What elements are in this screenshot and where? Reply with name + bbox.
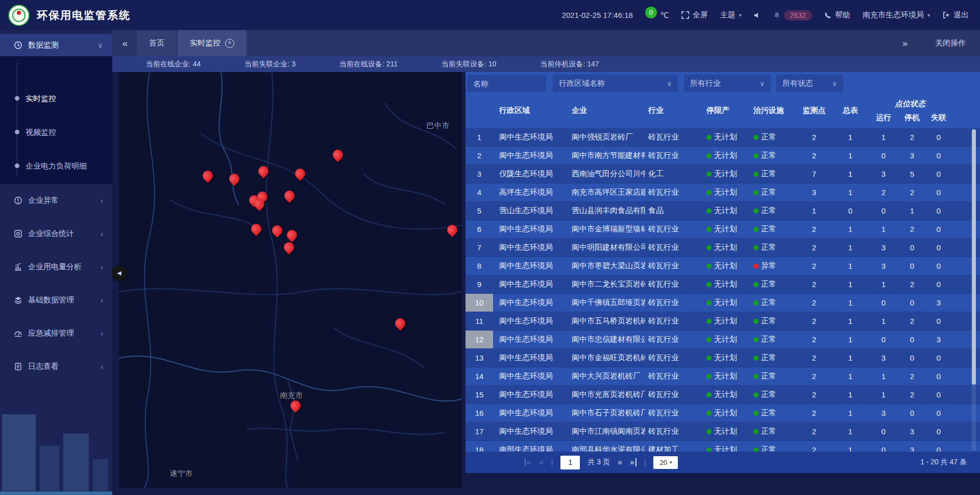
prev-page-icon[interactable]: «: [539, 458, 544, 466]
table-row[interactable]: 1阆中生态环境局阆中强锐页岩砖厂砖瓦行业无计划正常21120: [465, 128, 980, 147]
row-stop-limit: 无计划: [705, 243, 752, 252]
row-stopped-count: 2: [899, 280, 925, 289]
logout-button[interactable]: 退出: [942, 10, 969, 20]
row-facility-status: 正常: [752, 187, 796, 197]
org-menu[interactable]: 南充市生态环境局 ▾: [863, 10, 930, 20]
notification-badge: 2632: [784, 10, 812, 20]
table-row[interactable]: 8阆中生态环境局阆中市枣碧大梁山页岩砖瓦行业无计划异常21300: [465, 257, 980, 275]
table-scrollbar-thumb[interactable]: [972, 129, 976, 385]
org-label: 南充市生态环境局: [863, 10, 924, 20]
sidebar-item-企业综合统计[interactable]: 企业综合统计‹: [0, 217, 112, 250]
row-company: 南充市高坪区王家店建: [569, 187, 645, 197]
submenu-item-实时监控[interactable]: 实时监控: [0, 82, 112, 115]
stat-label: 当前停机设备:: [540, 60, 587, 68]
fullscreen-button[interactable]: 全屏: [681, 10, 708, 20]
tab-首页[interactable]: 首页: [137, 30, 177, 56]
table-row[interactable]: 5营山生态环境局营山县润丰肉食品有限食品无计划正常10010: [465, 202, 980, 220]
table-row[interactable]: 16阆中生态环境局阆中市石子页岩机砖厂砖瓦行业无计划正常21300: [465, 404, 980, 422]
row-industry: 砖瓦行业: [645, 371, 705, 381]
sidebar-item-日志查看[interactable]: 日志查看‹: [0, 350, 112, 383]
table-row[interactable]: 7阆中生态环境局阆中明阳建材有限公司砖瓦行业无计划正常21300: [465, 239, 980, 257]
submenu-item-视频监控[interactable]: 视频监控: [0, 115, 112, 149]
page-size-select[interactable]: 20 ▾: [653, 456, 678, 469]
close-operations-button[interactable]: 关闭操作: [935, 38, 966, 48]
status-dot-green: [706, 264, 712, 269]
row-company: 阆中大兴页岩机砖厂: [569, 371, 645, 381]
row-monitor-count: 2: [796, 409, 832, 417]
table-row[interactable]: 2阆中生态环境局阆中市南方节能建材有砖瓦行业无计划正常21030: [465, 147, 980, 165]
row-index: 16: [465, 404, 493, 422]
table-row[interactable]: 17阆中生态环境局阆中市江南镇阆南页岩砖瓦行业无计划正常21030: [465, 422, 980, 441]
table-row[interactable]: 4高坪生态环境局南充市高坪区王家店建砖瓦行业无计划正常31220: [465, 183, 980, 202]
row-lost-count: 0: [925, 372, 952, 381]
sidebar: 数据监测∨实时监控视频监控企业电力负荷明细企业异常‹企业综合统计‹企业用电量分析…: [0, 30, 112, 495]
submenu-item-企业电力负荷明细[interactable]: 企业电力负荷明细: [0, 149, 112, 183]
last-page-icon[interactable]: »: [630, 458, 636, 466]
sidebar-item-企业用电量分析[interactable]: 企业用电量分析‹: [0, 250, 112, 284]
row-stop-limit: 无计划: [705, 279, 752, 289]
stat-item: 当前失联设备: 10: [442, 60, 496, 69]
table-row[interactable]: 12阆中生态环境局阆中市忠信建材有限公砖瓦行业无计划正常21003: [465, 331, 980, 349]
name-search-input[interactable]: [467, 75, 546, 92]
status-dot-green: [753, 190, 758, 195]
tabs-scroll-left-icon[interactable]: «: [112, 38, 137, 49]
region-select[interactable]: 行政区域名称 ∨: [553, 75, 678, 92]
row-region: 阆中生态环境局: [493, 335, 569, 344]
status-dot-green: [706, 411, 712, 416]
table-row[interactable]: 15阆中生态环境局阆中市光富页岩机砖厂砖瓦行业无计划正常21120: [465, 386, 980, 404]
row-company: 阆中市江南镇阆南页岩: [569, 427, 645, 436]
help-button[interactable]: 帮助: [824, 10, 850, 20]
status-select-value: 所有状态: [782, 79, 813, 88]
row-lost-count: 0: [925, 225, 952, 233]
row-facility-status: 正常: [752, 427, 796, 436]
row-index: 15: [465, 386, 493, 404]
next-page-icon[interactable]: »: [618, 458, 622, 466]
table-row[interactable]: 6阆中生态环境局阆中市金博瑞新型墙材砖瓦行业无计划正常21120: [465, 220, 980, 239]
panel-collapse-button[interactable]: ◀: [112, 266, 127, 280]
row-index: 2: [465, 147, 493, 164]
row-stopped-count: 2: [899, 372, 925, 381]
row-monitor-count: 2: [796, 445, 832, 452]
submenu-item-label: 企业电力负荷明细: [26, 161, 87, 171]
stat-label: 当前失联设备:: [442, 60, 488, 68]
row-industry: 砖瓦行业: [645, 316, 705, 326]
sidebar-item-label: 数据监测: [28, 40, 59, 50]
tab-close-icon[interactable]: ×: [225, 39, 234, 48]
tab-实时监控[interactable]: 实时监控×: [178, 30, 247, 56]
map-panel[interactable]: 巴中市南充市遂宁市 ◀: [119, 72, 462, 488]
row-facility-status: 正常: [752, 353, 796, 363]
table-row[interactable]: 13阆中生态环境局阆中市金福旺页岩机砖砖瓦行业无计划正常21300: [465, 349, 980, 367]
row-industry: 砖瓦行业: [645, 279, 705, 289]
sidebar-item-应急减排管理[interactable]: 应急减排管理‹: [0, 317, 112, 350]
status-dot-green: [706, 447, 712, 452]
first-page-icon[interactable]: «: [525, 458, 531, 466]
status-select[interactable]: 所有状态 ∨: [776, 75, 843, 92]
row-facility-status: 正常: [752, 151, 796, 160]
theme-menu[interactable]: 主题 ▾: [720, 10, 742, 20]
stat-value: 3: [291, 60, 296, 68]
row-run-count: 0: [868, 298, 899, 307]
page-number-input[interactable]: [560, 456, 580, 469]
table-row[interactable]: 14阆中生态环境局阆中大兴页岩机砖厂砖瓦行业无计划正常21120: [465, 367, 980, 386]
sidebar-item-数据监测[interactable]: 数据监测∨: [0, 34, 112, 56]
mute-button[interactable]: [754, 12, 761, 19]
sidebar-item-企业异常[interactable]: 企业异常‹: [0, 184, 112, 217]
row-stopped-count: 0: [899, 298, 925, 307]
industry-select[interactable]: 所有行业 ∨: [684, 75, 771, 92]
notification-area[interactable]: 2632: [773, 10, 812, 20]
row-facility-status: 正常: [752, 132, 796, 142]
table-row[interactable]: 11阆中生态环境局阆中市五马桥页岩机砖砖瓦行业无计划正常21120: [465, 312, 980, 331]
table-row[interactable]: 3仪陇生态环境局西南油气田分公司川中化工无计划正常71350: [465, 165, 980, 183]
row-region: 仪陇生态环境局: [493, 169, 569, 179]
row-stop-limit: 无计划: [705, 151, 752, 160]
row-facility-status: 正常: [752, 169, 796, 179]
status-dot-green: [753, 392, 758, 397]
chevron-down-icon: ∨: [832, 80, 837, 87]
row-stopped-count: 2: [899, 225, 925, 233]
tabs-scroll-right-icon[interactable]: »: [892, 38, 917, 49]
chevron-down-icon: ▾: [670, 460, 672, 465]
table-row[interactable]: 18南部生态环境局南部县科华水泥有限公建材加工无计划正常21030: [465, 441, 980, 452]
sidebar-item-基础数据管理[interactable]: 基础数据管理‹: [0, 284, 112, 317]
table-row[interactable]: 10阆中生态环境局阆中千佛镇五郎垭页岩砖瓦行业无计划正常21003: [465, 294, 980, 312]
table-row[interactable]: 9阆中生态环境局阆中市二龙长宝页岩砖砖瓦行业无计划正常21120: [465, 275, 980, 294]
